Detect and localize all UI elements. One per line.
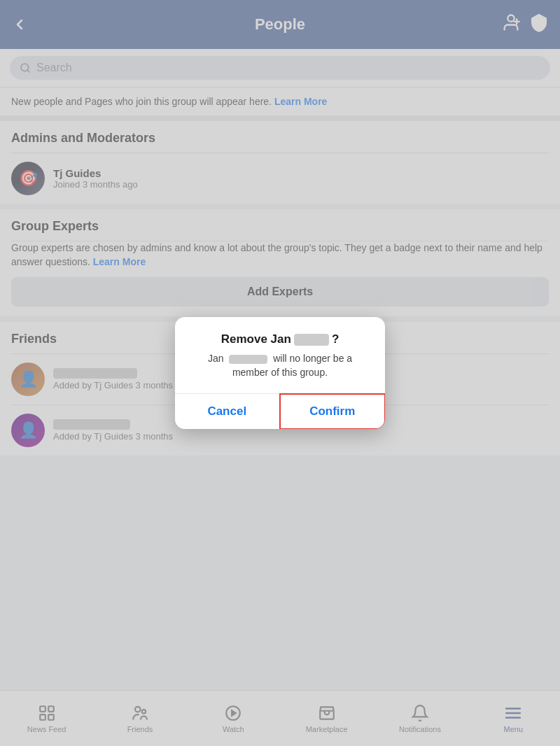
dialog-title-text: Remove Jan [221, 332, 291, 346]
dialog-body: Remove Jan ? Jan will no longer be a mem… [175, 317, 385, 379]
dialog-title: Remove Jan ? [192, 332, 368, 346]
cancel-button[interactable]: Cancel [175, 394, 280, 429]
dialog-message: Jan will no longer be a member of this g… [192, 352, 368, 379]
remove-member-dialog: Remove Jan ? Jan will no longer be a mem… [175, 317, 385, 429]
confirm-button[interactable]: Confirm [279, 393, 386, 429]
dialog-message-prefix: Jan [208, 353, 224, 364]
dialog-name-blurred [294, 334, 329, 346]
dialog-member-name-blurred [229, 355, 267, 364]
dialog-title-suffix: ? [332, 332, 339, 346]
dialog-actions: Cancel Confirm [175, 393, 385, 429]
modal-overlay: Remove Jan ? Jan will no longer be a mem… [0, 0, 560, 746]
